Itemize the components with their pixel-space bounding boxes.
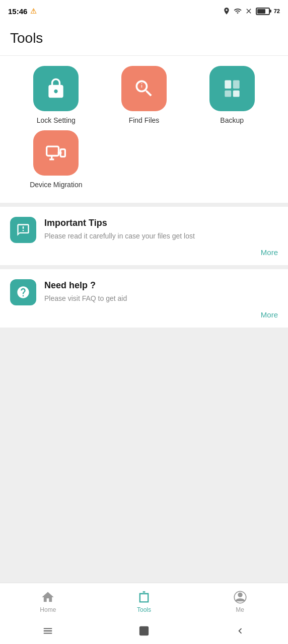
home-nav-label: Home [40,606,56,613]
tool-backup[interactable]: Backup [188,66,276,124]
wifi-icon [234,7,242,15]
status-icons: 72 [223,7,280,15]
bottom-nav: Home Tools Me [0,583,288,619]
svg-rect-3 [233,91,239,97]
svg-rect-4 [47,146,59,155]
help-more-link[interactable]: More [261,310,278,319]
nav-item-me[interactable]: Me [220,590,260,613]
lock-icon [45,77,67,100]
backup-label: Backup [220,116,244,124]
tool-device-migration[interactable]: Device Migration [12,130,100,189]
important-tips-card: Important Tips Please read it carefully … [0,207,288,269]
android-nav-bar [0,619,288,644]
tips-icon [16,223,30,237]
tools-nav-label: Tools [137,606,151,613]
help-icon-wrap [10,279,36,305]
signal-x-icon [245,7,253,15]
status-bar: 15:46 ⚠ 72 [0,0,288,22]
help-icon [16,285,30,299]
home-nav-icon [41,590,55,604]
find-files-icon-wrap [121,66,167,111]
help-title: Need help ? [44,280,278,291]
find-files-label: Find Files [129,116,160,124]
svg-rect-2 [225,91,231,97]
me-nav-icon [233,590,247,604]
need-help-card: Need help ? Please visit FAQ to get aid … [0,269,288,332]
me-nav-label: Me [236,606,244,613]
device-migration-icon-wrap [33,130,79,176]
gray-fill-area [0,332,288,583]
android-home-icon[interactable] [138,625,150,636]
tips-more-area: More [10,248,278,257]
tips-icon-wrap [10,217,36,243]
backup-icon [221,77,243,100]
lock-setting-icon-wrap [33,66,79,111]
android-back-icon[interactable] [235,625,246,636]
tools-grid: Lock Setting Find Files Ba [12,66,276,189]
help-text: Need help ? Please visit FAQ to get aid [44,279,278,303]
svg-rect-12 [140,627,149,635]
tips-more-link[interactable]: More [261,248,278,257]
page-title: Tools [10,30,278,46]
find-files-icon [133,77,155,100]
device-migration-icon [45,142,67,164]
android-menu-icon[interactable] [42,625,53,636]
device-migration-label: Device Migration [30,181,82,189]
status-time: 15:46 [8,7,27,16]
page-header: Tools [0,22,288,56]
svg-rect-0 [225,80,231,89]
lock-setting-label: Lock Setting [37,116,76,124]
tips-title: Important Tips [44,218,278,228]
battery-level: 72 [274,8,280,14]
tool-find-files[interactable]: Find Files [100,66,188,124]
location-icon [223,7,231,15]
tools-section: Lock Setting Find Files Ba [0,56,288,207]
svg-point-10 [238,592,242,597]
nav-item-home[interactable]: Home [28,590,68,613]
help-more-area: More [10,310,278,319]
nav-item-tools[interactable]: Tools [124,590,164,613]
backup-icon-wrap [209,66,255,111]
tips-text: Important Tips Please read it carefully … [44,217,278,241]
tips-description: Please read it carefully in case your fi… [44,231,278,241]
help-description: Please visit FAQ to get aid [44,293,278,303]
battery-icon [256,8,270,15]
svg-rect-1 [233,80,239,89]
tools-nav-icon-actual [137,590,151,604]
warning-icon: ⚠ [30,7,37,15]
tool-lock-setting[interactable]: Lock Setting [12,66,100,124]
